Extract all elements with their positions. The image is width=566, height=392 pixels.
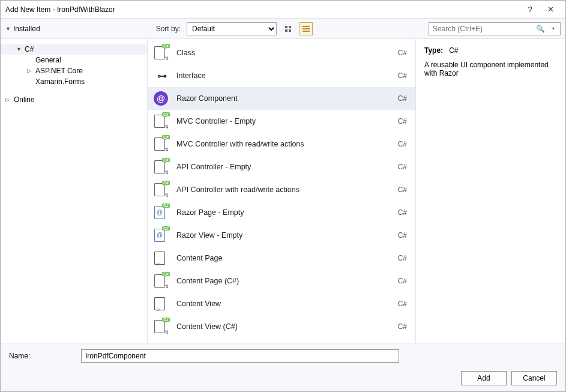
razor-page-icon: @C# bbox=[154, 228, 167, 243]
list-view-button[interactable] bbox=[300, 22, 313, 35]
tree-xamarin-forms[interactable]: Xamarin.Forms bbox=[1, 76, 147, 87]
toolbar: ▼ Installed Sort by: Default 🔍 ▾ bbox=[1, 19, 565, 39]
template-name: API Controller - Empty bbox=[176, 163, 381, 171]
template-row[interactable]: C#↯MVC Controller - EmptyC# bbox=[148, 110, 415, 133]
list-area: C#↯ClassC#⊶InterfaceC#@Razor ComponentC#… bbox=[148, 39, 565, 343]
footer: Name: Add Cancel bbox=[1, 343, 565, 391]
grid-view-button[interactable] bbox=[281, 22, 295, 35]
template-language: C# bbox=[389, 140, 407, 148]
content-page-icon: ‹› bbox=[154, 296, 167, 312]
template-language: C# bbox=[389, 322, 407, 331]
template-row[interactable]: C#↯Content View (C#)C# bbox=[148, 315, 415, 338]
name-input[interactable] bbox=[81, 349, 399, 363]
template-row[interactable]: ‹›Flyout PageC# bbox=[148, 338, 415, 343]
interface-icon: ⊶ bbox=[157, 70, 164, 82]
template-row[interactable]: @Razor ComponentC# bbox=[148, 87, 415, 110]
template-row[interactable]: @C#Razor View - EmptyC# bbox=[148, 224, 415, 247]
template-row[interactable]: ⊶InterfaceC# bbox=[148, 64, 415, 87]
template-row[interactable]: C#↯MVC Controller with read/write action… bbox=[148, 133, 415, 155]
razor-icon: @ bbox=[154, 91, 168, 106]
template-row[interactable]: C#↯API Controller - EmptyC# bbox=[148, 155, 415, 178]
template-name: Razor View - Empty bbox=[176, 231, 381, 240]
template-row[interactable]: C#↯ClassC# bbox=[148, 41, 415, 64]
content-page-icon: ‹› bbox=[154, 342, 167, 343]
list-icon bbox=[303, 26, 310, 32]
window-title: Add New Item - IronPdfWithBlazor bbox=[5, 5, 520, 14]
template-list[interactable]: C#↯ClassC#⊶InterfaceC#@Razor ComponentC#… bbox=[148, 39, 415, 343]
template-name: API Controller with read/write actions bbox=[176, 185, 381, 194]
template-name: Content View bbox=[176, 300, 381, 308]
tree-aspnet-core[interactable]: ▷ ASP.NET Core bbox=[1, 65, 147, 76]
details-description: A reusable UI component implemented with… bbox=[424, 61, 557, 77]
help-button[interactable]: ? bbox=[520, 5, 540, 14]
search-box[interactable]: 🔍 ▾ bbox=[429, 22, 561, 35]
details-type-label: Type: bbox=[424, 46, 443, 55]
cancel-button[interactable]: Cancel bbox=[511, 371, 557, 385]
csharp-file-icon: C#↯ bbox=[154, 159, 167, 175]
template-language: C# bbox=[389, 185, 407, 194]
sort-by-label: Sort by: bbox=[156, 25, 181, 33]
grid-icon bbox=[285, 26, 291, 32]
titlebar: Add New Item - IronPdfWithBlazor ? ✕ bbox=[1, 1, 565, 19]
close-button[interactable]: ✕ bbox=[540, 5, 561, 14]
csharp-file-icon: C#↯ bbox=[154, 182, 167, 198]
category-tree: ▼ C# General ▷ ASP.NET Core Xamarin.Form… bbox=[1, 39, 148, 343]
content-page-icon: ‹› bbox=[154, 250, 167, 266]
template-language: C# bbox=[389, 300, 407, 308]
razor-page-icon: @C# bbox=[154, 205, 167, 220]
chevron-down-icon: ▼ bbox=[5, 26, 11, 32]
search-icon[interactable]: 🔍 bbox=[534, 25, 547, 33]
template-name: Content View (C#) bbox=[176, 322, 381, 331]
tree-csharp[interactable]: ▼ C# bbox=[1, 44, 147, 55]
chevron-right-icon: ▷ bbox=[27, 68, 33, 74]
template-name: Razor Component bbox=[176, 94, 381, 103]
installed-header[interactable]: ▼ Installed bbox=[5, 25, 40, 33]
template-row[interactable]: @C#Razor Page - EmptyC# bbox=[148, 201, 415, 224]
template-name: MVC Controller with read/write actions bbox=[176, 140, 381, 148]
template-language: C# bbox=[389, 254, 407, 262]
add-button[interactable]: Add bbox=[461, 371, 507, 385]
template-language: C# bbox=[389, 231, 407, 240]
template-row[interactable]: C#↯Content Page (C#)C# bbox=[148, 270, 415, 292]
csharp-file-icon: C#↯ bbox=[154, 45, 167, 61]
tree-general[interactable]: General bbox=[1, 55, 147, 65]
template-language: C# bbox=[389, 208, 407, 217]
template-name: Razor Page - Empty bbox=[176, 208, 381, 217]
template-name: Content Page bbox=[176, 254, 381, 262]
search-input[interactable] bbox=[429, 25, 534, 33]
installed-label: Installed bbox=[13, 25, 40, 33]
csharp-file-icon: C#↯ bbox=[154, 113, 167, 129]
template-language: C# bbox=[389, 163, 407, 171]
chevron-down-icon: ▼ bbox=[16, 46, 22, 52]
csharp-file-icon: C#↯ bbox=[154, 136, 167, 152]
search-dropdown-icon[interactable]: ▾ bbox=[547, 26, 560, 31]
tree-online[interactable]: ▷ Online bbox=[1, 94, 147, 105]
details-type-value: C# bbox=[449, 46, 458, 55]
template-name: Content Page (C#) bbox=[176, 277, 381, 285]
chevron-right-icon: ▷ bbox=[5, 97, 11, 103]
csharp-file-icon: C#↯ bbox=[154, 273, 167, 289]
template-row[interactable]: C#↯API Controller with read/write action… bbox=[148, 178, 415, 201]
template-row[interactable]: ‹›Content PageC# bbox=[148, 247, 415, 270]
template-name: MVC Controller - Empty bbox=[176, 117, 381, 125]
template-language: C# bbox=[389, 117, 407, 125]
template-name: Class bbox=[176, 49, 381, 57]
template-name: Interface bbox=[176, 71, 381, 80]
template-language: C# bbox=[389, 49, 407, 57]
template-row[interactable]: ‹›Content ViewC# bbox=[148, 292, 415, 315]
template-language: C# bbox=[389, 94, 407, 103]
body: ▼ C# General ▷ ASP.NET Core Xamarin.Form… bbox=[1, 39, 565, 343]
template-language: C# bbox=[389, 71, 407, 80]
sort-by-combo[interactable]: Default bbox=[187, 22, 277, 35]
template-language: C# bbox=[389, 277, 407, 285]
csharp-file-icon: C#↯ bbox=[154, 319, 167, 334]
details-panel: Type: C# A reusable UI component impleme… bbox=[415, 39, 565, 343]
name-label: Name: bbox=[9, 352, 75, 360]
